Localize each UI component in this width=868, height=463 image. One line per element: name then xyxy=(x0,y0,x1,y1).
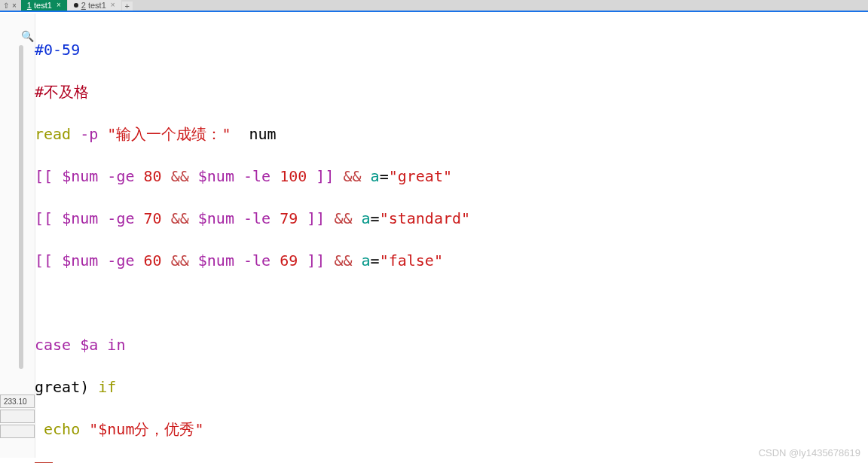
eq: = xyxy=(380,167,389,185)
code-line: echo "$num分，优秀" xyxy=(35,419,868,440)
tab-name: test1 xyxy=(34,0,52,11)
tab-name: test1 xyxy=(88,0,106,11)
op: && xyxy=(325,251,361,270)
pattern: great xyxy=(35,378,80,396)
code-line: [[ $num -ge 80 && $num -le 100 ]] && a="… xyxy=(35,166,868,187)
tab-bar: ⇧ × 1 test1 × 2 test1 × + xyxy=(0,0,868,11)
var: a xyxy=(362,209,371,227)
bracket: [[ xyxy=(35,251,53,270)
op: -ge xyxy=(107,251,143,270)
tab-index: 2 xyxy=(81,0,86,11)
bracket: [[ xyxy=(35,209,53,227)
scrollbar-thumb[interactable] xyxy=(19,45,23,369)
var: a xyxy=(362,251,371,270)
comment: #0-59 xyxy=(35,41,80,59)
string: "false" xyxy=(380,251,443,270)
tab-close-icon[interactable]: × xyxy=(111,0,115,11)
var: $num xyxy=(53,167,107,185)
number: 60 xyxy=(144,251,162,270)
var: $num xyxy=(53,209,107,227)
status-row-1[interactable]: 233.10 xyxy=(0,394,35,408)
toolbar-buttons: ⇧ × xyxy=(0,2,17,10)
var: $num xyxy=(53,251,107,270)
status-row-3[interactable] xyxy=(0,425,35,438)
op: -le xyxy=(243,251,280,270)
op: && xyxy=(162,209,198,227)
modified-dot-icon xyxy=(74,3,78,8)
var: $a xyxy=(71,336,107,354)
op: && xyxy=(162,251,198,270)
tab-add-button[interactable]: + xyxy=(122,2,133,11)
status-row-2[interactable] xyxy=(0,410,35,423)
gutter: 🔍 xyxy=(0,14,35,458)
op: && xyxy=(162,167,198,185)
number: 69 xyxy=(280,251,298,270)
active-tab-underline xyxy=(0,11,868,12)
op: -le xyxy=(243,167,280,185)
ident: num xyxy=(231,125,276,143)
var: $num xyxy=(198,167,243,185)
bracket: ]] xyxy=(298,209,325,227)
op: -le xyxy=(243,209,280,227)
code-line: [[ $num -ge 60 && $num -le 69 ]] && a="f… xyxy=(35,250,868,271)
code-line: read -p "输入一个成绩：" num xyxy=(35,123,868,145)
string: "输入一个成绩：" xyxy=(107,125,231,143)
op: -ge xyxy=(107,167,143,185)
code-line: [[ $num -ge 70 && $num -le 79 ]] && a="s… xyxy=(35,208,868,229)
builtin: read xyxy=(35,125,71,143)
status-panel: 233.10 xyxy=(0,394,35,440)
builtin: echo xyxy=(35,420,89,438)
string: "$num分，优秀" xyxy=(89,420,203,438)
var: a xyxy=(371,167,380,185)
tab-index: 1 xyxy=(27,0,32,11)
number: 79 xyxy=(280,209,298,227)
string: "standard" xyxy=(380,209,470,227)
tab-active[interactable]: 1 test1 × xyxy=(21,0,67,11)
number: 100 xyxy=(280,167,307,185)
tab-close-icon[interactable]: × xyxy=(57,0,61,11)
var: $num xyxy=(198,209,243,227)
pin-icon[interactable]: ⇧ xyxy=(3,2,9,10)
number: 80 xyxy=(144,167,162,185)
var: $num xyxy=(198,251,243,270)
code-line: great) if xyxy=(35,376,868,398)
close-panel-icon[interactable]: × xyxy=(12,2,17,10)
bracket: ]] xyxy=(298,251,325,270)
watermark: CSDN @ly1435678619 xyxy=(759,447,860,458)
code-line: #不及格 xyxy=(35,81,868,102)
keyword: if xyxy=(89,378,116,396)
op: && xyxy=(325,209,361,227)
comment: #不及格 xyxy=(35,83,89,101)
op: && xyxy=(334,167,370,185)
op: -ge xyxy=(107,209,143,227)
tabs: 1 test1 × 2 test1 × + xyxy=(21,0,133,11)
keyword: case xyxy=(35,336,71,354)
tab-inactive[interactable]: 2 test1 × xyxy=(68,0,121,11)
search-icon[interactable]: 🔍 xyxy=(21,30,34,42)
keyword: in xyxy=(107,336,125,354)
eq: = xyxy=(371,251,380,270)
flag: -p xyxy=(71,125,107,143)
number: 70 xyxy=(144,209,162,227)
bracket: [[ xyxy=(35,167,53,185)
code-line: case $a in xyxy=(35,334,868,355)
string: "great" xyxy=(389,167,452,185)
eq: = xyxy=(371,209,380,227)
code-line: #0-59 xyxy=(35,39,868,60)
bracket: ]] xyxy=(307,167,334,185)
paren: ) xyxy=(80,378,89,396)
editor[interactable]: #0-59 #不及格 read -p "输入一个成绩：" num [[ $num… xyxy=(35,18,868,463)
code-line-blank xyxy=(35,292,868,313)
